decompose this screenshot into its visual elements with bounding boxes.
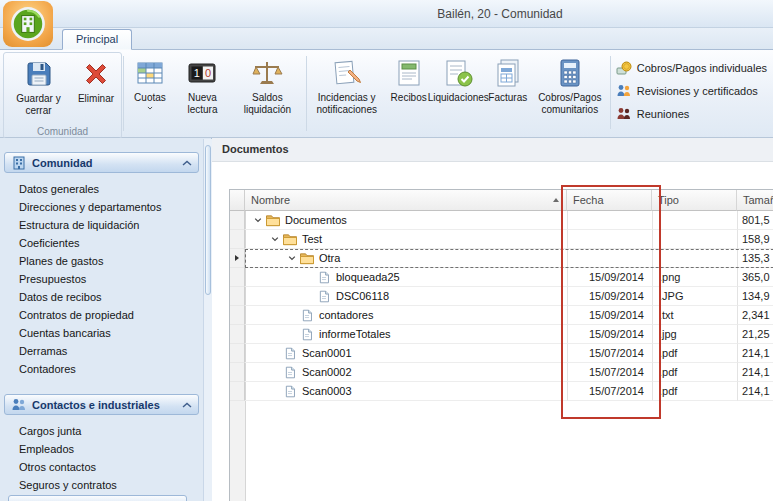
- scrollbar-thumb[interactable]: [205, 145, 211, 295]
- ribbon-button-saldos-liquidacion[interactable]: Saldos liquidación: [231, 53, 304, 125]
- cell-tama[interactable]: 365,0: [737, 268, 773, 287]
- file-icon: [299, 309, 315, 322]
- table-row-scan0003[interactable]: Scan000315/07/2014.pdf214,1: [230, 382, 773, 401]
- cell-tama[interactable]: 158,9: [737, 230, 773, 249]
- cell-fecha[interactable]: 15/07/2014: [567, 344, 652, 363]
- cell-tipo[interactable]: .txt: [652, 306, 737, 325]
- cell-nombre[interactable]: Scan0003: [245, 382, 567, 401]
- cell-nombre[interactable]: DSC06118: [245, 287, 567, 306]
- column-header-tama[interactable]: Tamaño: [737, 190, 773, 211]
- ribbon-button-cobros-pagos-individuales[interactable]: Cobros/Pagos individuales: [612, 58, 771, 78]
- cell-fecha[interactable]: [567, 211, 652, 230]
- file-icon: [282, 347, 298, 360]
- cell-fecha[interactable]: 15/07/2014: [567, 363, 652, 382]
- table-row-bloqueada25[interactable]: bloqueada2515/09/2014.png365,0: [230, 268, 773, 287]
- ribbon-button-guardar-y-cerrar[interactable]: Guardar y cerrar: [5, 54, 72, 126]
- people-red-icon: [616, 106, 632, 122]
- sidebar-item-cargos-junta[interactable]: Cargos junta: [0, 422, 211, 440]
- ribbon-toolbar: Guardar y cerrarEliminarComunidadCuotas1…: [0, 49, 773, 138]
- sidebar-section-partial[interactable]: [8, 495, 187, 501]
- application-button[interactable]: [3, 1, 53, 47]
- ribbon-button-liquidaciones[interactable]: Liquidaciones: [433, 53, 484, 125]
- sidebar-item-derramas[interactable]: Derramas: [0, 342, 211, 360]
- ribbon-button-incidencias-y-notificaciones[interactable]: Incidencias y notificaciones: [309, 53, 385, 125]
- sidebar-item-contadores[interactable]: Contadores: [0, 360, 211, 378]
- cell-tipo[interactable]: .png: [652, 268, 737, 287]
- ribbon-button-revisiones-y-certificados[interactable]: Revisiones y certificados: [612, 81, 771, 101]
- sidebar-item-empleados[interactable]: Empleados: [0, 440, 211, 458]
- sidebar-item-estructura-de-liquidacion[interactable]: Estructura de liquidación: [0, 216, 211, 234]
- expander-icon[interactable]: [285, 251, 299, 265]
- cell-fecha[interactable]: 15/09/2014: [567, 325, 652, 344]
- cell-nombre[interactable]: Documentos: [245, 211, 567, 230]
- ribbon-button-facturas[interactable]: Facturas: [484, 53, 532, 125]
- cell-nombre[interactable]: contadores: [245, 306, 567, 325]
- sidebar-item-otros-contactos[interactable]: Otros contactos: [0, 458, 211, 476]
- sidebar-item-datos-de-recibos[interactable]: Datos de recibos: [0, 288, 211, 306]
- sidebar-section-comunidad[interactable]: Comunidad: [4, 152, 199, 173]
- cell-tama[interactable]: 21,25: [737, 325, 773, 344]
- cell-tama[interactable]: 214,1: [737, 382, 773, 401]
- cell-tama[interactable]: 214,1: [737, 363, 773, 382]
- cell-nombre[interactable]: Otra: [245, 249, 567, 268]
- cell-nombre[interactable]: Test: [245, 230, 567, 249]
- sidebar-section-contactos-e-industriales[interactable]: Contactos e industriales: [4, 394, 199, 415]
- cell-tipo[interactable]: .jpg: [652, 325, 737, 344]
- invoice-icon: [492, 57, 524, 89]
- cell-tipo[interactable]: [652, 211, 737, 230]
- sidebar-item-seguros-y-contratos[interactable]: Seguros y contratos: [0, 476, 211, 494]
- cell-tama[interactable]: 214,1: [737, 344, 773, 363]
- table-row-otra[interactable]: Otra135,3: [230, 249, 773, 268]
- sidebar-item-direcciones-y-departamentos[interactable]: Direcciones y departamentos: [0, 198, 211, 216]
- cell-tama[interactable]: 134,9: [737, 287, 773, 306]
- cell-tipo[interactable]: .pdf: [652, 344, 737, 363]
- cell-nombre[interactable]: Scan0001: [245, 344, 567, 363]
- sidebar-item-contratos-de-propiedad[interactable]: Contratos de propiedad: [0, 306, 211, 324]
- column-header-tipo[interactable]: Tipo: [652, 190, 737, 211]
- cell-tama[interactable]: 801,5: [737, 211, 773, 230]
- cell-tipo[interactable]: [652, 249, 737, 268]
- expander-icon[interactable]: [251, 213, 265, 227]
- table-row-scan0002[interactable]: Scan000215/07/2014.pdf214,1: [230, 363, 773, 382]
- cell-tipo[interactable]: .JPG: [652, 287, 737, 306]
- file-icon: [316, 271, 332, 284]
- cell-fecha[interactable]: 15/09/2014: [567, 306, 652, 325]
- sidebar-item-planes-de-gastos[interactable]: Planes de gastos: [0, 252, 211, 270]
- cell-tama[interactable]: 2,341: [737, 306, 773, 325]
- sidebar-item-presupuestos[interactable]: Presupuestos: [0, 270, 211, 288]
- expander-icon[interactable]: [268, 232, 282, 246]
- ribbon-button-reuniones[interactable]: Reuniones: [612, 104, 771, 124]
- table-row-scan0001[interactable]: Scan000115/07/2014.pdf214,1: [230, 344, 773, 363]
- cell-nombre[interactable]: informeTotales: [245, 325, 567, 344]
- table-row-informetotales[interactable]: informeTotales15/09/2014.jpg21,25: [230, 325, 773, 344]
- tab-principal[interactable]: Principal: [62, 29, 132, 50]
- ribbon-button-nueva-lectura[interactable]: 10Nueva lectura: [174, 53, 231, 125]
- ribbon-button-cobros-pagos-comunitarios[interactable]: Cobros/Pagos comunitarios: [532, 53, 608, 125]
- cell-tipo[interactable]: .pdf: [652, 363, 737, 382]
- cell-tama[interactable]: 135,3: [737, 249, 773, 268]
- cell-nombre[interactable]: Scan0002: [245, 363, 567, 382]
- table-row-contadores[interactable]: contadores15/09/2014.txt2,341: [230, 306, 773, 325]
- cell-nombre[interactable]: bloqueada25: [245, 268, 567, 287]
- cell-tipo[interactable]: .pdf: [652, 382, 737, 401]
- tree-indent: [268, 346, 282, 360]
- cell-fecha[interactable]: 15/09/2014: [567, 287, 652, 306]
- sidebar-item-coeficientes[interactable]: Coeficientes: [0, 234, 211, 252]
- table-row-documentos[interactable]: Documentos801,5: [230, 211, 773, 230]
- table-row-test[interactable]: Test158,9: [230, 230, 773, 249]
- sidebar-item-cuentas-bancarias[interactable]: Cuentas bancarias: [0, 324, 211, 342]
- sidebar-scrollbar[interactable]: [203, 139, 212, 501]
- cell-fecha[interactable]: [567, 249, 652, 268]
- ribbon-button-eliminar[interactable]: Eliminar: [72, 54, 120, 126]
- cell-fecha[interactable]: 15/07/2014: [567, 382, 652, 401]
- cell-fecha[interactable]: [567, 230, 652, 249]
- cell-fecha[interactable]: 15/09/2014: [567, 268, 652, 287]
- cell-tipo[interactable]: [652, 230, 737, 249]
- sidebar-item-datos-generales[interactable]: Datos generales: [0, 180, 211, 198]
- row-indicator: [230, 211, 245, 230]
- ribbon-button-cuotas[interactable]: Cuotas: [126, 53, 174, 125]
- ribbon-button-recibos[interactable]: Recibos: [385, 53, 433, 125]
- column-header-fecha[interactable]: Fecha: [567, 190, 652, 211]
- table-row-dsc06118[interactable]: DSC0611815/09/2014.JPG134,9: [230, 287, 773, 306]
- column-header-nombre[interactable]: Nombre: [245, 190, 567, 211]
